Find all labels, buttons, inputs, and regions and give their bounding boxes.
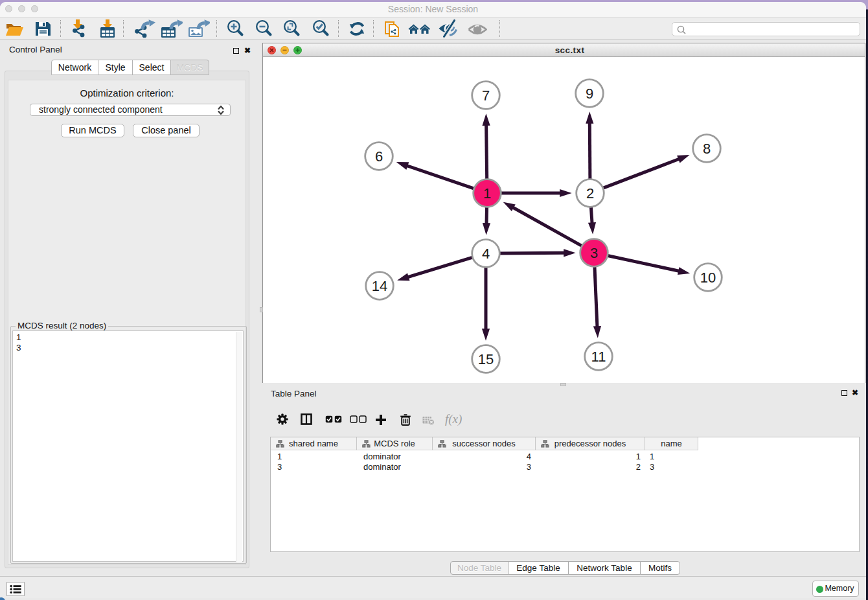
svg-text:14: 14 [372, 278, 387, 294]
svg-text:2: 2 [586, 185, 594, 202]
svg-text:10: 10 [700, 270, 716, 286]
svg-text:9: 9 [586, 86, 593, 102]
svg-text:4: 4 [482, 246, 490, 262]
svg-text:11: 11 [591, 349, 606, 365]
svg-text:3: 3 [590, 245, 598, 261]
svg-text:6: 6 [375, 148, 383, 165]
svg-text:1: 1 [483, 185, 491, 202]
svg-text:8: 8 [703, 141, 711, 157]
svg-text:7: 7 [482, 87, 490, 104]
svg-text:15: 15 [478, 351, 494, 367]
